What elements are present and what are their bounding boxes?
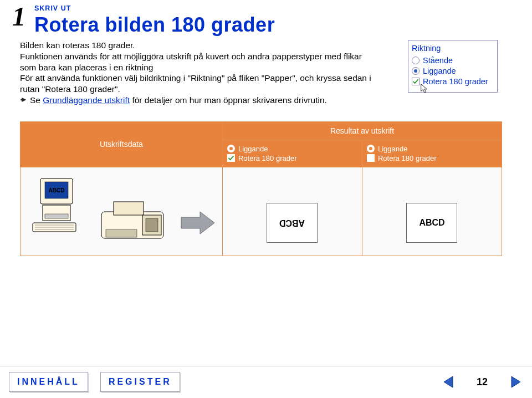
svg-text:ABCD: ABCD xyxy=(49,187,65,193)
para-line1: Bilden kan roteras 180 grader. xyxy=(20,40,135,50)
orientation-panel: Riktning Stående Liggande Rotera 180 gra… xyxy=(408,40,498,93)
computer-icon: ABCD xyxy=(28,175,89,238)
triangle-right-icon xyxy=(508,375,523,389)
cell-print-data: ABCD xyxy=(21,167,223,256)
sub-landscape-label: Liggande xyxy=(378,145,408,153)
radio-landscape-label: Liggande xyxy=(423,67,456,75)
para-line2: Funktionen används för att möjliggöra ut… xyxy=(20,52,362,72)
see-link[interactable]: Grundläggande utskrift xyxy=(43,95,130,105)
checkbox-rotate180-label: Rotera 180 grader xyxy=(423,77,488,86)
checkbox-icon-checked xyxy=(227,154,235,162)
radio-portrait-label: Stående xyxy=(423,56,453,65)
page-title: Rotera bilden 180 grader xyxy=(34,13,275,37)
mouse-pointer-icon xyxy=(420,83,429,93)
pointing-hand-icon xyxy=(20,95,29,104)
col-header-data: Utskriftsdata xyxy=(21,121,223,167)
see-suffix: för detaljer om hur man öppnar skrivaren… xyxy=(130,95,327,105)
page-number: 12 xyxy=(469,376,495,388)
description-paragraph: Bilden kan roteras 180 grader. Funktione… xyxy=(20,40,375,106)
panel-caption: Riktning xyxy=(412,44,494,53)
radio-icon xyxy=(227,145,235,152)
svg-rect-11 xyxy=(114,202,144,215)
radio-landscape[interactable]: Liggande xyxy=(412,67,494,75)
prev-page-button[interactable] xyxy=(441,374,457,390)
sub-rotate-label: Rotera 180 grader xyxy=(378,154,437,162)
printer-icon xyxy=(98,198,170,250)
index-button[interactable]: REGISTER xyxy=(100,372,180,392)
radio-portrait[interactable]: Stående xyxy=(412,56,494,65)
contents-button[interactable]: INNEHÅLL xyxy=(9,372,88,392)
result-sheet-rotated: ABCD xyxy=(267,203,318,243)
checkbox-icon-checked xyxy=(412,78,420,85)
cell-result-normal: ABCD xyxy=(362,167,502,256)
arrow-right-icon xyxy=(180,211,216,237)
svg-rect-14 xyxy=(106,229,137,237)
checkbox-icon-unchecked xyxy=(367,154,375,162)
sub-rotate-label: Rotera 180 grader xyxy=(238,154,297,162)
section-number: 1 xyxy=(3,4,34,28)
radio-icon-selected xyxy=(412,67,420,75)
sub-landscape-label: Liggande xyxy=(238,145,268,153)
footer-nav: INNEHÅLL REGISTER 12 xyxy=(0,366,532,398)
svg-rect-5 xyxy=(45,214,68,218)
result-subheader-normal: Liggande Rotera 180 grader xyxy=(362,140,502,167)
triangle-left-icon xyxy=(442,375,456,389)
cell-result-rotated: ABCD xyxy=(222,167,362,256)
result-sheet-normal: ABCD xyxy=(406,203,457,243)
result-subheader-rotated: Liggande Rotera 180 grader xyxy=(222,140,362,167)
radio-icon xyxy=(367,145,375,152)
see-prefix: Se xyxy=(30,95,43,105)
svg-rect-13 xyxy=(146,218,158,232)
radio-icon xyxy=(412,57,420,64)
para-line3: För att använda funktionen välj bildrikt… xyxy=(20,73,371,94)
col-header-result: Resultat av utskrift xyxy=(222,121,502,140)
next-page-button[interactable] xyxy=(508,374,523,390)
results-table: Utskriftsdata Resultat av utskrift Ligga… xyxy=(20,121,502,256)
breadcrumb[interactable]: SKRIV UT xyxy=(34,4,275,12)
